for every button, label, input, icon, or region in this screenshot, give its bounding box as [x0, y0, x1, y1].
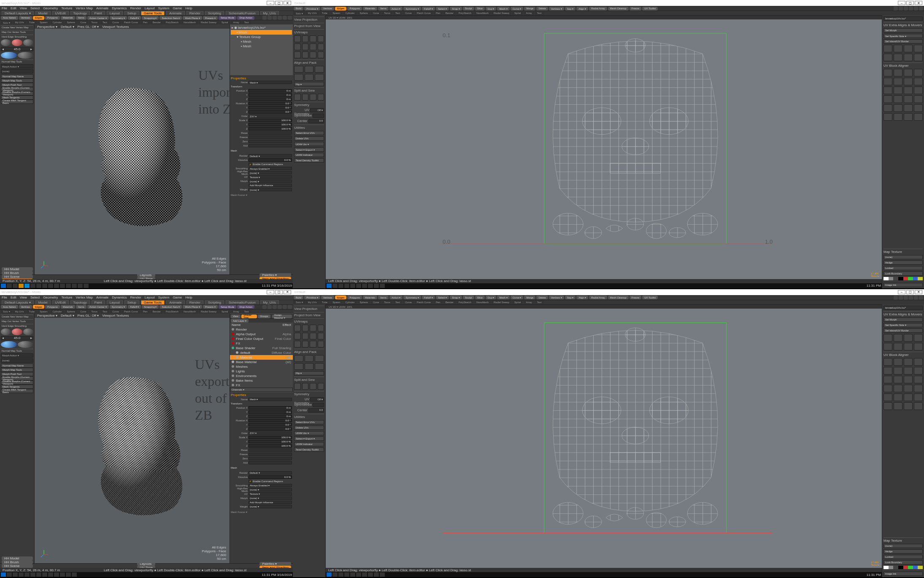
taskbar-app[interactable]: [48, 284, 53, 288]
align-tool-icon[interactable]: [305, 355, 314, 362]
toolbar-pill[interactable]: Vertices: [321, 296, 334, 299]
toolbar-icon[interactable]: [919, 6, 923, 11]
toolbar-pill[interactable]: Torus: [89, 309, 100, 313]
toolbar-pill[interactable]: Text: [393, 11, 402, 15]
tool-icon[interactable]: [18, 52, 34, 59]
uv-tool-icon[interactable]: [310, 43, 316, 50]
filename-field[interactable]: larvaeboyUVs.lxo*: [883, 16, 923, 21]
morph-none[interactable]: (none): [1, 358, 33, 363]
taskbar-app[interactable]: [356, 573, 361, 577]
toolbar-icon[interactable]: [288, 16, 292, 20]
toolbar-pill[interactable]: Spiral: [219, 309, 230, 313]
property-field[interactable]: Default ▾: [249, 154, 292, 157]
align-icon[interactable]: [904, 113, 913, 121]
selection-toolbar[interactable]: Auto SelectVerticesEdgesPolygonsMaterial…: [0, 304, 293, 309]
shader-row[interactable]: Bake Items: [230, 378, 293, 383]
toolbar-icon[interactable]: [262, 16, 267, 20]
shader-row[interactable]: Base ShaderFull Shading: [230, 346, 293, 350]
mover-icon[interactable]: [914, 334, 923, 342]
align-tool-icon[interactable]: [305, 74, 314, 81]
toolbar-pill[interactable]: Cone: [371, 11, 381, 15]
align-icon[interactable]: [894, 393, 902, 401]
property-field[interactable]: Default ▾: [249, 471, 292, 475]
vp-tab[interactable]: Viewport Textures: [102, 25, 129, 29]
property-field[interactable]: Always Enabled ▾: [249, 484, 292, 487]
shader-tree[interactable]: NameEffect RenderAlpha OutputAlphaFinal …: [230, 323, 293, 388]
align-icon[interactable]: [883, 393, 892, 401]
toolbar-pill[interactable]: Radial Array: [589, 296, 607, 299]
toolbar-icon[interactable]: [914, 296, 918, 300]
left-panel-btn[interactable]: Create MikK Tangent Basis: [1, 100, 33, 104]
uv-kit-toolbar[interactable]: Solo ▾My UVsTubeSpawnCylinderSphereConeT…: [293, 11, 924, 15]
mover-icon-grid[interactable]: [883, 45, 923, 61]
uv-kit-toolbar[interactable]: Solo ▾My UVsTubeSpawnCylinderSphereConeT…: [293, 300, 924, 304]
align-icon[interactable]: [914, 78, 923, 85]
shader-row[interactable]: Environments: [230, 374, 293, 378]
toolbar-pill[interactable]: Sculpt: [463, 296, 474, 299]
toolbar-pill[interactable]: NanoMesh: [181, 21, 198, 24]
taskbar-app[interactable]: [362, 573, 367, 577]
menu-item[interactable]: Edit: [11, 6, 16, 10]
angle-field[interactable]: ◂45.0▸: [1, 336, 33, 340]
toolbar-pill[interactable]: Text: [393, 300, 402, 304]
menu-item[interactable]: Animate: [96, 6, 108, 10]
layout-tab[interactable]: My_UVs: [260, 300, 279, 304]
menu-item[interactable]: System: [158, 296, 170, 299]
toolbar-pill[interactable]: Items: [76, 305, 86, 309]
mover-icon[interactable]: [894, 343, 902, 350]
mover-icon[interactable]: [894, 54, 902, 61]
taskbar-app[interactable]: [36, 284, 41, 288]
mover-icon[interactable]: [904, 334, 913, 342]
toolbar-icon[interactable]: [273, 305, 277, 309]
toolbar-pill[interactable]: Mesh ▾: [497, 296, 509, 299]
toolbar-pill[interactable]: Freeze: [630, 296, 642, 299]
toolbar-pill[interactable]: Vertices: [321, 7, 334, 11]
toolbar-icon[interactable]: [288, 305, 292, 309]
layout-tab[interactable]: Model: [35, 11, 51, 15]
close-button[interactable]: ✕: [915, 1, 922, 5]
toolbar-pill[interactable]: Spawn: [38, 21, 49, 24]
toolbar-pill[interactable]: Array: [524, 300, 534, 304]
align-tool-icon[interactable]: [315, 74, 324, 81]
toolbar-pill[interactable]: Sep ▾: [565, 296, 575, 299]
viewport-tabs[interactable]: Perspective ▾Default ▾Pres GL: Off ▾View…: [35, 314, 230, 318]
tray-time[interactable]: 11:31 PM 3/16/2019: [262, 573, 292, 577]
add-layer-btn[interactable]: Add Layer ▾: [231, 319, 249, 323]
layout-tab[interactable]: Model: [35, 300, 51, 304]
menu-item[interactable]: Dynamics: [112, 6, 127, 10]
toolbar-pill[interactable]: Patch Curve: [415, 300, 433, 304]
layout-tab[interactable]: Animate: [166, 11, 184, 15]
toolbar-icon[interactable]: [904, 6, 908, 11]
vp-tab[interactable]: Default ▾: [61, 314, 74, 317]
uv-tool-icon[interactable]: [318, 325, 324, 331]
uv-tool-icon[interactable]: [318, 333, 324, 339]
toolbar-icon[interactable]: [894, 6, 898, 11]
toolbar-pill[interactable]: Slice: [475, 7, 485, 11]
taskbar-app[interactable]: [374, 284, 379, 288]
taskbar-app[interactable]: [48, 573, 53, 577]
taskbar-app[interactable]: [54, 573, 59, 577]
layout-dropdown[interactable]: Default Layouts ▾: [2, 11, 34, 15]
toolbar-icon[interactable]: [919, 296, 923, 300]
toolbar-pill[interactable]: Selection Sets ▾: [159, 305, 182, 309]
align-icon[interactable]: [894, 402, 902, 410]
uv-tool-icon[interactable]: [294, 35, 301, 42]
toolbar-pill[interactable]: Work Plane ▾: [183, 16, 202, 20]
layout-tab[interactable]: Render: [186, 300, 203, 304]
toolbar-icon[interactable]: [899, 296, 903, 300]
property-field[interactable]: ZXY ▾: [249, 431, 292, 435]
property-field[interactable]: 0 m: [249, 415, 292, 418]
minimize-button[interactable]: –: [267, 290, 274, 294]
align-tool-icon[interactable]: [305, 363, 314, 370]
taskbar-app[interactable]: [30, 284, 35, 288]
menubar[interactable]: FileEditViewSelectGeometryTextureVertex …: [0, 6, 293, 11]
uv-tool-icon[interactable]: [294, 333, 301, 339]
toolbar-pill[interactable]: Solo ▾: [294, 300, 305, 304]
menu-item[interactable]: Texture: [61, 6, 72, 10]
toolbar-pill[interactable]: Select ▾: [436, 296, 449, 299]
toolbar-pill[interactable]: Cylinder: [343, 300, 357, 304]
menu-item[interactable]: Layout: [145, 296, 155, 299]
taskbar-app[interactable]: [19, 573, 24, 577]
util-btn[interactable]: Select Error UVs: [294, 131, 324, 135]
taskbar-app[interactable]: [42, 573, 47, 577]
